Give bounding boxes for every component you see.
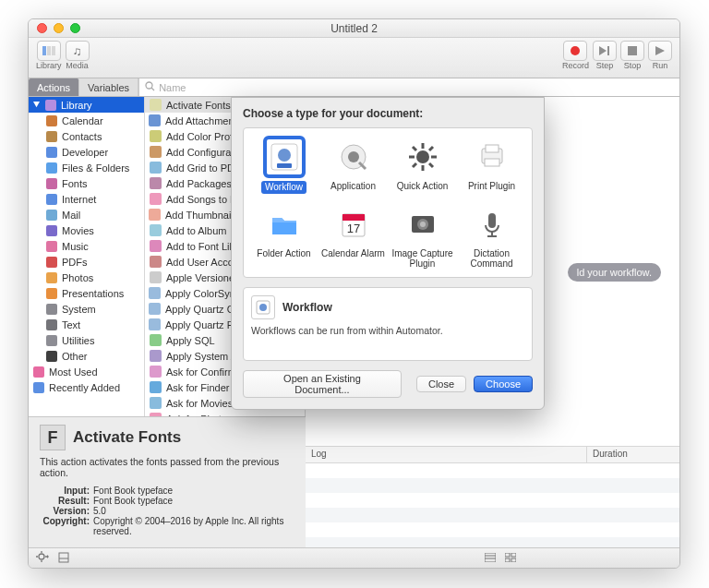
category-item[interactable]: Text — [29, 317, 144, 332]
step-icon — [599, 44, 610, 58]
svg-rect-35 — [150, 193, 162, 205]
stop-toolbar-button[interactable] — [620, 41, 644, 61]
titlebar: Untitled 2 — [29, 19, 679, 38]
category-item[interactable]: Contacts — [29, 128, 144, 144]
category-item[interactable]: Calendar — [29, 113, 144, 128]
status-bar — [29, 547, 679, 568]
svg-rect-44 — [150, 334, 162, 346]
document-type-option[interactable]: Application — [318, 136, 388, 194]
svg-point-71 — [278, 149, 291, 162]
svg-line-81 — [413, 147, 416, 150]
svg-rect-66 — [505, 553, 510, 557]
category-label: Internet — [62, 194, 96, 205]
action-description-panel: F Activate Fonts This action activates t… — [29, 416, 306, 547]
svg-rect-17 — [46, 210, 57, 221]
selected-type-description: Workflow Workflows can be run from withi… — [243, 287, 533, 361]
toggle-description-button[interactable] — [58, 552, 69, 565]
category-label: Fonts — [62, 178, 88, 189]
tab-actions[interactable]: Actions — [29, 78, 79, 96]
document-type-option[interactable]: Folder Action — [249, 203, 318, 270]
record-icon — [571, 46, 580, 55]
log-panel: Log Duration — [306, 446, 679, 547]
desc-version-label: Version: — [40, 506, 93, 516]
run-toolbar-label: Run — [653, 61, 668, 70]
category-item[interactable]: Internet — [29, 191, 144, 207]
category-item[interactable]: Files & Folders — [29, 160, 144, 175]
library-root-label: Library — [61, 100, 92, 111]
library-toolbar-button[interactable] — [37, 41, 61, 61]
action-label: Ask for Movies — [166, 398, 233, 409]
svg-line-8 — [151, 88, 154, 90]
svg-rect-33 — [150, 162, 162, 174]
media-toolbar-button[interactable]: ♫ — [66, 41, 90, 61]
category-label: Text — [62, 319, 80, 330]
svg-rect-13 — [46, 147, 57, 158]
svg-rect-89 — [342, 214, 365, 221]
category-item[interactable]: Presentations — [29, 285, 144, 301]
document-type-option[interactable]: Quick Action — [388, 136, 457, 194]
category-item[interactable]: Movies — [29, 222, 144, 238]
document-type-option[interactable]: 17Calendar Alarm — [318, 203, 388, 270]
svg-point-55 — [39, 554, 44, 559]
category-icon — [45, 240, 58, 253]
category-label: PDFs — [62, 257, 88, 268]
run-toolbar-button[interactable] — [648, 41, 672, 61]
document-type-option[interactable]: Image Capture Plugin — [388, 203, 457, 270]
svg-rect-26 — [46, 351, 57, 362]
search-input[interactable]: Name — [138, 78, 679, 96]
smart-folder-item[interactable]: Recently Added — [29, 379, 144, 395]
category-item[interactable]: Utilities — [29, 332, 144, 348]
library-root[interactable]: Library — [29, 97, 144, 113]
smart-folder-icon — [32, 381, 45, 394]
svg-rect-94 — [488, 213, 496, 228]
category-item[interactable]: PDFs — [29, 254, 144, 270]
category-item[interactable]: Music — [29, 238, 144, 254]
category-icon — [45, 193, 58, 206]
choose-button[interactable]: Choose — [474, 376, 533, 392]
document-type-option[interactable]: Dictation Command — [457, 203, 526, 270]
disclosure-triangle-icon[interactable] — [32, 101, 41, 109]
svg-rect-46 — [150, 366, 162, 378]
action-icon — [149, 381, 162, 394]
document-type-option[interactable]: Print Plugin — [457, 136, 526, 194]
log-column-log[interactable]: Log — [306, 447, 587, 462]
svg-line-83 — [429, 147, 433, 150]
log-body — [306, 463, 679, 547]
tab-variables[interactable]: Variables — [79, 78, 138, 96]
category-item[interactable]: Developer — [29, 144, 144, 160]
svg-line-84 — [413, 163, 416, 167]
category-item[interactable]: Mail — [29, 207, 144, 222]
step-toolbar-button[interactable] — [593, 41, 617, 61]
category-icon — [45, 271, 58, 284]
svg-rect-63 — [485, 553, 496, 562]
category-item[interactable]: Fonts — [29, 175, 144, 191]
svg-rect-48 — [150, 397, 162, 409]
action-icon — [149, 240, 162, 253]
document-type-label: Calendar Alarm — [321, 248, 385, 259]
smart-folder-item[interactable]: Most Used — [29, 364, 144, 379]
category-label: Movies — [62, 225, 94, 236]
category-label: Files & Folders — [62, 162, 129, 174]
action-icon — [149, 303, 161, 316]
media-toolbar-label: Media — [66, 61, 89, 70]
svg-rect-20 — [46, 257, 57, 268]
svg-rect-45 — [150, 350, 162, 362]
category-item[interactable]: System — [29, 301, 144, 317]
svg-rect-86 — [486, 145, 499, 152]
category-label: Photos — [62, 272, 93, 283]
selected-type-name: Workflow — [282, 301, 332, 314]
document-type-option[interactable]: Workflow — [249, 136, 318, 194]
category-item[interactable]: Photos — [29, 270, 144, 285]
svg-rect-43 — [149, 318, 161, 330]
svg-rect-29 — [150, 99, 162, 111]
results-view-button[interactable] — [505, 553, 516, 564]
category-item[interactable]: Other — [29, 348, 144, 364]
log-view-button[interactable] — [485, 553, 496, 564]
record-toolbar-button[interactable] — [563, 41, 587, 61]
open-existing-button[interactable]: Open an Existing Document... — [243, 370, 402, 398]
close-sheet-button[interactable]: Close — [416, 376, 466, 392]
action-icon — [149, 114, 161, 127]
gear-menu-button[interactable] — [36, 551, 49, 566]
document-type-icon — [471, 136, 513, 178]
log-column-duration[interactable]: Duration — [587, 447, 679, 462]
